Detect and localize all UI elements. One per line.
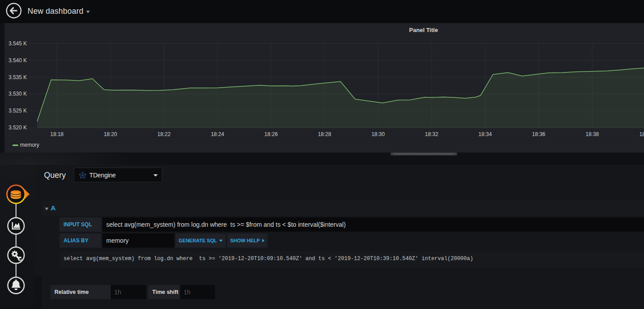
svg-text:3.535 K: 3.535 K bbox=[8, 74, 27, 80]
svg-text:18:36: 18:36 bbox=[532, 131, 545, 137]
svg-text:3.520 K: 3.520 K bbox=[8, 124, 27, 131]
svg-text:18:32: 18:32 bbox=[425, 131, 438, 137]
svg-text:18:30: 18:30 bbox=[372, 131, 385, 137]
svg-text:memory: memory bbox=[20, 142, 39, 148]
svg-text:18:24: 18:24 bbox=[211, 131, 224, 137]
svg-text:18:20: 18:20 bbox=[104, 131, 117, 137]
svg-text:18:26: 18:26 bbox=[264, 131, 278, 137]
svg-text:18:40: 18:40 bbox=[640, 131, 644, 137]
svg-text:18:34: 18:34 bbox=[479, 131, 492, 137]
svg-text:18:22: 18:22 bbox=[157, 131, 171, 137]
svg-text:3.530 K: 3.530 K bbox=[8, 91, 27, 97]
svg-text:18:18: 18:18 bbox=[50, 131, 64, 137]
svg-text:18:28: 18:28 bbox=[318, 131, 331, 137]
svg-text:3.525 K: 3.525 K bbox=[8, 108, 27, 114]
svg-text:18:38: 18:38 bbox=[585, 131, 599, 137]
svg-text:3.540 K: 3.540 K bbox=[8, 57, 27, 64]
svg-text:3.545 K: 3.545 K bbox=[8, 40, 27, 47]
